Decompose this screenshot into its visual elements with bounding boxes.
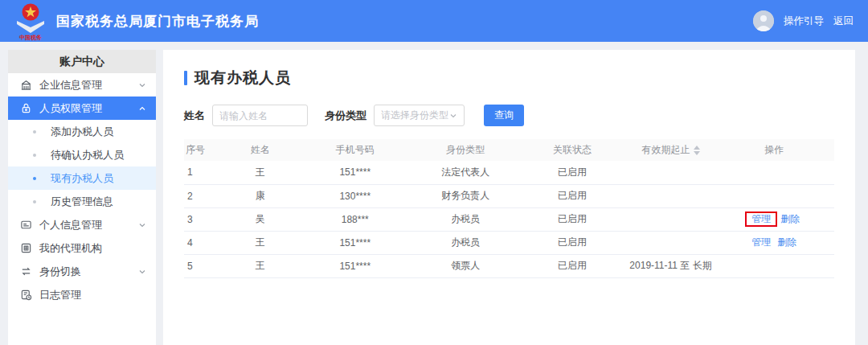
sidebar-item-label: 历史管理信息 (51, 195, 113, 209)
status-cell: 已启用 (517, 254, 628, 277)
row-index: 4 (184, 231, 224, 254)
app-title: 国家税务总局厦门市电子税务局 (56, 12, 259, 31)
actions-cell (714, 161, 834, 184)
phone-cell: 151**** (296, 161, 414, 184)
sidebar-item-current-tax-staff[interactable]: 现有办税人员 (8, 166, 156, 190)
back-link[interactable]: 返回 (833, 14, 854, 28)
actions-cell (714, 184, 834, 207)
name-cell: 吴 (224, 207, 296, 231)
sidebar-item-personal-info[interactable]: 个人信息管理 (8, 213, 156, 236)
sidebar-item-my-agency[interactable]: 我的代理机构 (8, 236, 156, 260)
page-title: 现有办税人员 (184, 68, 834, 88)
name-cell: 王 (224, 254, 296, 277)
query-button[interactable]: 查询 (484, 105, 524, 126)
bullet-icon (33, 200, 36, 203)
phone-cell: 151**** (296, 231, 414, 254)
table-row: 1王151****法定代表人已启用 (184, 161, 834, 184)
top-header: 中国税务 国家税务总局厦门市电子税务局 操作引导 返回 (0, 0, 868, 42)
sidebar-item-label: 我的代理机构 (39, 241, 102, 256)
sidebar-item-identity-switch[interactable]: 身份切换 (8, 260, 156, 283)
name-input[interactable] (212, 105, 308, 126)
phone-cell: 130**** (296, 184, 414, 207)
identity-type-cell: 办税员 (414, 207, 517, 231)
validity-period-cell: 2019-11-11 至 长期 (628, 254, 714, 277)
user-avatar[interactable] (753, 10, 774, 31)
row-index: 3 (184, 207, 224, 231)
sort-icon[interactable] (694, 146, 700, 155)
sidebar-item-label: 身份切换 (39, 265, 81, 279)
red-highlight-annotation: 管理 (745, 212, 777, 227)
name-cell: 王 (224, 231, 296, 254)
bullet-icon (33, 177, 36, 180)
search-form: 姓名 身份类型 请选择身份类型 查询 (184, 105, 834, 126)
lock-icon (19, 102, 32, 115)
validity-period-cell (628, 231, 714, 254)
identity-type-select[interactable]: 请选择身份类型 (374, 105, 465, 126)
name-cell: 王 (224, 161, 296, 184)
table-header-row: 序号姓名手机号码身份类型关联状态有效期起止操作 (184, 139, 834, 161)
table-row: 3吴188***办税员已启用管理删除 (184, 207, 834, 231)
sidebar-item-label: 添加办税人员 (51, 125, 113, 139)
tax-bureau-logo-icon: 中国税务 (14, 2, 47, 41)
name-label: 姓名 (184, 109, 205, 123)
delete-link[interactable]: 删除 (780, 213, 800, 224)
sidebar-item-label: 现有办税人员 (51, 171, 113, 186)
sidebar-title: 账户中心 (8, 50, 156, 73)
sidebar-item-log-management[interactable]: 日志管理 (8, 283, 156, 306)
identity-type-label: 身份类型 (325, 109, 366, 123)
sidebar: 账户中心 企业信息管理人员权限管理添加办税人员待确认办税人员现有办税人员历史管理… (8, 50, 156, 345)
column-header: 操作 (714, 139, 834, 161)
delete-link[interactable]: 删除 (777, 236, 796, 248)
table-row: 5王151****领票人已启用2019-11-11 至 长期 (184, 254, 834, 277)
bullet-icon (33, 130, 36, 133)
title-accent-bar (184, 71, 187, 85)
bullet-icon (33, 154, 36, 157)
validity-period-cell (628, 161, 714, 184)
manage-link[interactable]: 管理 (751, 213, 771, 224)
chevron-down-icon (138, 268, 146, 276)
actions-cell: 管理删除 (714, 231, 834, 254)
identity-type-cell: 办税员 (414, 231, 517, 254)
column-header: 身份类型 (414, 139, 517, 161)
operation-guide-link[interactable]: 操作引导 (784, 14, 824, 28)
log-icon (19, 289, 32, 302)
status-cell: 已启用 (517, 184, 628, 207)
row-index: 1 (184, 161, 224, 184)
building-icon (19, 79, 32, 92)
id-card-icon (19, 219, 32, 232)
sidebar-item-personnel-rights[interactable]: 人员权限管理 (8, 97, 156, 120)
sidebar-item-enterprise-info[interactable]: 企业信息管理 (8, 73, 156, 97)
manage-link[interactable]: 管理 (751, 236, 771, 248)
table-row: 4王151****办税员已启用管理删除 (184, 231, 834, 254)
svg-text:中国税务: 中国税务 (19, 34, 42, 41)
agency-icon (19, 242, 32, 255)
chevron-down-icon (138, 221, 146, 229)
column-header: 手机号码 (296, 139, 414, 161)
phone-cell: 188*** (296, 207, 414, 231)
identity-type-cell: 财务负责人 (414, 184, 517, 207)
sidebar-item-pending-tax-staff[interactable]: 待确认办税人员 (8, 143, 156, 166)
sidebar-menu: 企业信息管理人员权限管理添加办税人员待确认办税人员现有办税人员历史管理信息个人信… (8, 73, 156, 306)
name-cell: 康 (224, 184, 296, 207)
status-cell: 已启用 (517, 161, 628, 184)
identity-type-cell: 法定代表人 (414, 161, 517, 184)
tax-staff-table: 序号姓名手机号码身份类型关联状态有效期起止操作 1王151****法定代表人已启… (184, 139, 834, 278)
sidebar-item-label: 企业信息管理 (39, 78, 102, 92)
status-cell: 已启用 (517, 207, 628, 231)
main-panel: 现有办税人员 姓名 身份类型 请选择身份类型 查询 序号姓名手机号码身份类型关联… (163, 50, 855, 345)
sidebar-item-history-info[interactable]: 历史管理信息 (8, 190, 156, 213)
sidebar-item-label: 日志管理 (39, 288, 81, 302)
column-header: 姓名 (224, 139, 296, 161)
chevron-up-icon (138, 105, 146, 113)
switch-icon (19, 265, 32, 278)
row-index: 2 (184, 184, 224, 207)
phone-cell: 151**** (296, 254, 414, 277)
table-row: 2康130****财务负责人已启用 (184, 184, 834, 207)
sidebar-item-label: 个人信息管理 (39, 218, 102, 232)
chevron-down-icon (138, 81, 146, 89)
column-header: 关联状态 (517, 139, 628, 161)
identity-type-cell: 领票人 (414, 254, 517, 277)
sidebar-item-add-tax-staff[interactable]: 添加办税人员 (8, 120, 156, 143)
column-header: 有效期起止 (628, 139, 714, 161)
status-cell: 已启用 (517, 231, 628, 254)
